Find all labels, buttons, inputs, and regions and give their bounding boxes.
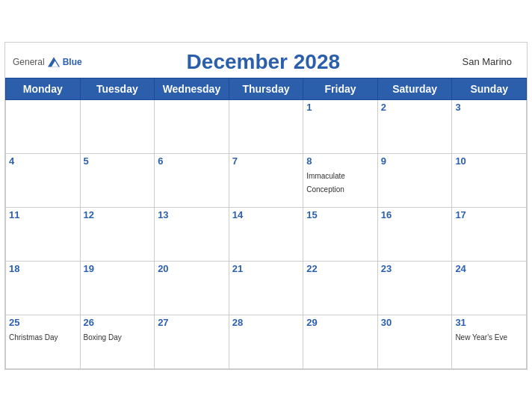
calendar-cell <box>229 99 303 153</box>
weekday-header-monday: Monday <box>6 78 81 99</box>
weekday-header-sunday: Sunday <box>452 78 527 99</box>
calendar-cell: 4 <box>6 153 81 207</box>
weekday-header-friday: Friday <box>303 78 378 99</box>
day-number: 13 <box>158 209 226 220</box>
day-number: 30 <box>381 317 449 328</box>
logo-text: General Blue <box>13 56 82 68</box>
day-number: 17 <box>455 209 523 220</box>
calendar-cell: 6 <box>155 153 229 207</box>
calendar-cell: 20 <box>155 261 229 315</box>
calendar-cell: 17 <box>452 207 527 261</box>
weekday-header-tuesday: Tuesday <box>80 78 155 99</box>
calendar-cell <box>6 99 81 153</box>
day-number: 5 <box>84 155 152 167</box>
calendar-cell: 1 <box>303 99 378 153</box>
weekday-header-wednesday: Wednesday <box>155 78 229 99</box>
week-row-2: 45678Immaculate Conception910 <box>6 153 527 207</box>
calendar-header: General Blue December 2028 San Marino <box>5 43 527 78</box>
calendar-cell: 3 <box>452 99 527 153</box>
day-number: 23 <box>381 263 449 274</box>
day-number: 3 <box>455 102 523 113</box>
calendar-cell: 27 <box>155 315 229 368</box>
calendar-cell: 14 <box>229 207 303 261</box>
day-event: Boxing Day <box>84 333 122 342</box>
logo-icon <box>46 56 61 68</box>
day-number: 21 <box>232 263 300 274</box>
calendar-cell: 5 <box>80 153 155 207</box>
day-number: 18 <box>9 263 77 274</box>
day-event: Immaculate Conception <box>306 172 345 194</box>
calendar-cell: 7 <box>229 153 303 207</box>
day-number: 31 <box>455 317 523 328</box>
calendar-cell: 18 <box>6 261 81 315</box>
day-event: New Year's Eve <box>455 333 507 342</box>
calendar-cell: 8Immaculate Conception <box>303 153 378 207</box>
month-title: December 2028 <box>82 50 445 74</box>
day-number: 29 <box>306 317 374 328</box>
calendar-cell: 28 <box>229 315 303 368</box>
calendar-cell: 23 <box>377 261 452 315</box>
calendar-cell: 26Boxing Day <box>80 315 155 368</box>
day-number: 25 <box>9 317 77 328</box>
week-row-4: 18192021222324 <box>6 261 527 315</box>
week-row-1: 123 <box>6 99 527 153</box>
day-number: 11 <box>9 209 77 220</box>
weekday-header-row: MondayTuesdayWednesdayThursdayFridaySatu… <box>6 78 527 99</box>
logo-general-text: General <box>13 57 45 67</box>
logo-area: General Blue <box>13 56 82 68</box>
calendar-cell: 9 <box>377 153 452 207</box>
day-number: 10 <box>455 155 523 167</box>
day-number: 9 <box>381 155 449 167</box>
day-number: 22 <box>306 263 374 274</box>
day-event: Christmas Day <box>9 333 58 342</box>
day-number: 8 <box>306 155 374 167</box>
day-number: 15 <box>306 209 374 220</box>
day-number: 2 <box>381 102 449 113</box>
calendar-cell: 2 <box>377 99 452 153</box>
calendar-table: MondayTuesdayWednesdayThursdayFridaySatu… <box>5 78 527 369</box>
day-number: 20 <box>158 263 226 274</box>
calendar-container: General Blue December 2028 San Marino Mo… <box>4 42 528 370</box>
day-number: 16 <box>381 209 449 220</box>
calendar-cell: 13 <box>155 207 229 261</box>
day-number: 6 <box>158 155 226 167</box>
calendar-cell: 15 <box>303 207 378 261</box>
calendar-cell: 22 <box>303 261 378 315</box>
logo-blue-text: Blue <box>63 57 82 67</box>
calendar-cell <box>80 99 155 153</box>
day-number: 27 <box>158 317 226 328</box>
calendar-cell: 21 <box>229 261 303 315</box>
day-number: 26 <box>84 317 152 328</box>
week-row-5: 25Christmas Day26Boxing Day2728293031New… <box>6 315 527 368</box>
calendar-cell: 24 <box>452 261 527 315</box>
calendar-cell: 30 <box>377 315 452 368</box>
day-number: 28 <box>232 317 300 328</box>
calendar-cell: 11 <box>6 207 81 261</box>
day-number: 19 <box>84 263 152 274</box>
day-number: 7 <box>232 155 300 167</box>
calendar-cell: 25Christmas Day <box>6 315 81 368</box>
week-row-3: 11121314151617 <box>6 207 527 261</box>
weekday-header-saturday: Saturday <box>377 78 452 99</box>
calendar-cell <box>155 99 229 153</box>
calendar-cell: 19 <box>80 261 155 315</box>
calendar-cell: 16 <box>377 207 452 261</box>
calendar-cell: 10 <box>452 153 527 207</box>
weekday-header-thursday: Thursday <box>229 78 303 99</box>
calendar-cell: 29 <box>303 315 378 368</box>
day-number: 1 <box>306 102 374 113</box>
day-number: 14 <box>232 209 300 220</box>
calendar-cell: 12 <box>80 207 155 261</box>
calendar-cell: 31New Year's Eve <box>452 315 527 368</box>
day-number: 12 <box>84 209 152 220</box>
country-name: San Marino <box>445 56 512 67</box>
day-number: 24 <box>455 263 523 274</box>
day-number: 4 <box>9 155 77 167</box>
